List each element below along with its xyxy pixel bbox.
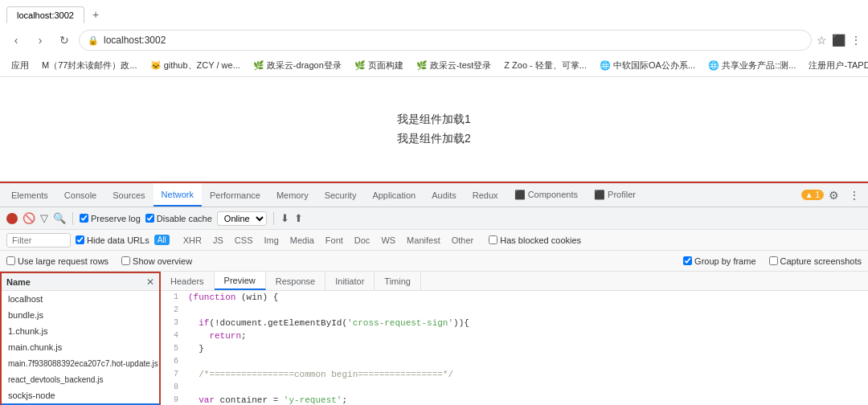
preview-tab-preview[interactable]: Preview [215, 272, 266, 290]
new-tab-btn[interactable]: + [88, 6, 104, 22]
export-icon[interactable]: ⬆ [294, 212, 303, 224]
preserve-log-label[interactable]: Preserve log [80, 214, 141, 223]
group-by-frame-text: Group by frame [694, 256, 755, 266]
bookmark-zoo[interactable]: Z Zoo - 轻量、可掌... [499, 58, 592, 73]
star-icon[interactable]: ☆ [817, 34, 827, 47]
use-large-rows-label[interactable]: Use large request rows [6, 256, 108, 266]
devtools-toolbar: 🚫 ▽ 🔍 Preserve log Disable cache Online … [0, 207, 868, 230]
tab-memory[interactable]: Memory [268, 183, 317, 207]
filter-other[interactable]: Other [448, 235, 478, 246]
bookmark-tapd[interactable]: 注册用户-TAPD [804, 58, 868, 73]
filter-manifest[interactable]: Manifest [403, 235, 444, 246]
tab-console[interactable]: Console [56, 183, 104, 207]
capture-screenshots-label[interactable]: Capture screenshots [769, 256, 862, 266]
network-item-1chunk[interactable]: 1.chunk.js [2, 323, 159, 339]
filter-bar: Hide data URLs All XHR JS CSS Img Media … [0, 230, 868, 251]
network-item-hotupdate[interactable]: main.7f938088392eca207c7.hot-update.js [2, 355, 159, 371]
toolbar-separator-1 [72, 212, 73, 225]
tab-components[interactable]: ⬛ Components [506, 183, 586, 207]
filter-btn[interactable]: ▽ [40, 212, 48, 224]
bookmark-mail[interactable]: M（77封未读邮件）政... [37, 58, 142, 73]
bookmark-dragon[interactable]: 🌿 政采云-dragon登录 [248, 58, 346, 73]
tab-redux[interactable]: Redux [465, 183, 506, 207]
show-overview-checkbox[interactable] [121, 256, 130, 265]
use-large-rows-checkbox[interactable] [6, 256, 15, 265]
address-bar[interactable]: 🔒 localhost:3002 [79, 30, 812, 51]
group-by-frame-label[interactable]: Group by frame [683, 256, 755, 266]
clear-btn[interactable]: 🚫 [23, 212, 35, 224]
tab-audits[interactable]: Audits [424, 183, 465, 207]
filter-css[interactable]: CSS [231, 235, 257, 246]
has-blocked-cookies-checkbox[interactable] [489, 235, 497, 244]
preview-tabs-bar: Headers Preview Response Initiator Timin… [161, 272, 868, 291]
extension-icon[interactable]: ⬛ [832, 34, 845, 47]
more-icon[interactable]: ⋮ [844, 189, 865, 202]
tab-sources[interactable]: Sources [104, 183, 153, 207]
settings-icon[interactable]: ⚙ [824, 189, 844, 202]
network-list-close-btn[interactable]: ✕ [146, 276, 154, 288]
filter-js[interactable]: JS [209, 235, 227, 246]
filter-xhr[interactable]: XHR [179, 235, 206, 246]
record-btn[interactable] [6, 213, 18, 224]
has-blocked-cookies-label[interactable]: Has blocked cookies [489, 235, 581, 245]
tab-application[interactable]: Application [364, 183, 424, 207]
hide-data-urls-checkbox[interactable] [76, 235, 84, 244]
filter-font[interactable]: Font [321, 235, 347, 246]
filter-doc[interactable]: Doc [350, 235, 375, 246]
tab-bar: localhost:3002 + [0, 0, 868, 26]
all-badge[interactable]: All [154, 235, 170, 245]
code-line-3: 3 if(!document.getElementById('cross-req… [161, 317, 868, 329]
forward-btn[interactable]: › [31, 31, 50, 50]
search-btn[interactable]: 🔍 [53, 212, 66, 224]
reload-btn[interactable]: ↻ [55, 31, 74, 50]
preview-tab-headers[interactable]: Headers [161, 272, 215, 290]
bookmark-share[interactable]: 🌐 共享业务产品::测... [703, 58, 800, 73]
hide-data-urls-label[interactable]: Hide data URLs [76, 235, 149, 245]
tab-network[interactable]: Network [154, 183, 202, 207]
network-item-localhost[interactable]: localhost [2, 291, 159, 307]
preview-tab-initiator[interactable]: Initiator [326, 272, 375, 290]
tab-security[interactable]: Security [317, 183, 365, 207]
disable-cache-label[interactable]: Disable cache [145, 214, 212, 223]
capture-screenshots-text: Capture screenshots [780, 256, 862, 266]
url-text: localhost:3002 [104, 35, 166, 46]
preview-tab-response[interactable]: Response [266, 272, 326, 290]
code-line-2: 2 [161, 304, 868, 317]
tab-profiler[interactable]: ⬛ Profiler [586, 183, 644, 207]
preserve-log-checkbox[interactable] [80, 214, 88, 223]
network-item-bundle[interactable]: bundle.js [2, 307, 159, 323]
code-view: 1 (function (win) { 2 3 if(!document.get… [161, 291, 868, 405]
bookmark-oa[interactable]: 🌐 中软国际OA公办系... [595, 58, 700, 73]
bookmark-github[interactable]: 🐱 github、ZCY / we... [145, 58, 245, 73]
back-btn[interactable]: ‹ [6, 31, 26, 50]
page-line-1: 我是组件加载1 [397, 112, 471, 127]
hide-data-urls-text: Hide data URLs [87, 235, 149, 245]
filter-input[interactable] [6, 233, 71, 248]
use-large-rows-text: Use large request rows [18, 256, 108, 266]
filter-ws[interactable]: WS [377, 235, 399, 246]
throttle-select[interactable]: Online [217, 211, 267, 226]
group-by-frame-checkbox[interactable] [683, 256, 692, 265]
filter-img[interactable]: Img [260, 235, 282, 246]
bookmark-apps[interactable]: 应用 [6, 58, 34, 73]
capture-screenshots-checkbox[interactable] [769, 256, 778, 265]
bookmark-test[interactable]: 🌿 政采云-test登录 [411, 58, 496, 73]
options-bar: Use large request rows Show overview Gro… [0, 251, 868, 272]
filter-media[interactable]: Media [286, 235, 318, 246]
preview-tab-timing[interactable]: Timing [375, 272, 421, 290]
network-item-mainchunk[interactable]: main.chunk.js [2, 339, 159, 355]
menu-icon[interactable]: ⋮ [850, 34, 862, 47]
network-item-sockjs[interactable]: sockjs-node [2, 387, 159, 403]
network-item-reactdevtools[interactable]: react_devtools_backend.js [2, 371, 159, 387]
disable-cache-checkbox[interactable] [145, 214, 154, 223]
code-line-4: 4 return; [161, 329, 868, 342]
bookmark-build[interactable]: 🌿 页面构建 [350, 58, 408, 73]
show-overview-label[interactable]: Show overview [121, 256, 192, 266]
active-tab: localhost:3002 [6, 6, 84, 23]
code-line-1: 1 (function (win) { [161, 291, 868, 304]
browser-chrome: localhost:3002 + ‹ › ↻ 🔒 localhost:3002 … [0, 0, 868, 77]
tab-elements[interactable]: Elements [3, 183, 56, 207]
import-icon[interactable]: ⬇ [280, 212, 289, 224]
devtools-main: Name ✕ localhost bundle.js 1.chunk.js ma… [0, 272, 868, 405]
tab-performance[interactable]: Performance [202, 183, 268, 207]
